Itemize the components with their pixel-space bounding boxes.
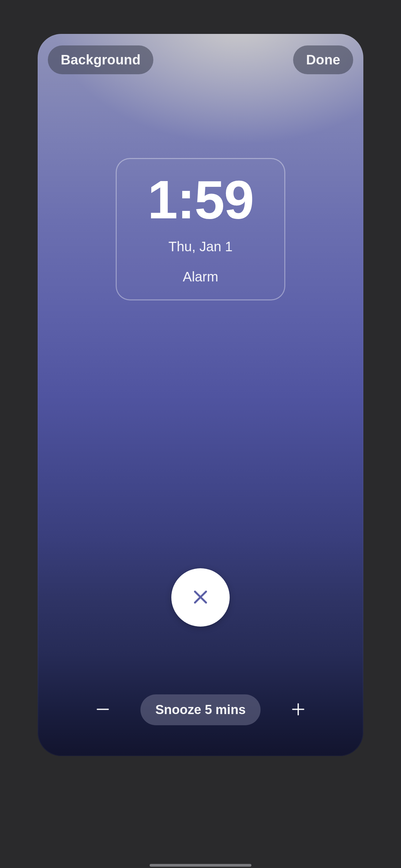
clock-label: Alarm <box>123 269 278 284</box>
clock-date: Thu, Jan 1 <box>123 239 278 254</box>
snooze-increase-button[interactable] <box>287 699 309 721</box>
clock-time: 1:59 <box>123 173 278 227</box>
done-button[interactable]: Done <box>293 45 353 74</box>
background-button-label: Background <box>61 52 140 67</box>
top-bar: Background Done <box>38 45 363 74</box>
minus-icon <box>95 701 111 718</box>
snooze-chip[interactable]: Snooze 5 mins <box>140 694 261 725</box>
plus-icon <box>290 701 306 718</box>
lock-screen-editor: Background Done 1:59 Thu, Jan 1 Alarm Sn… <box>38 34 363 756</box>
home-indicator[interactable] <box>150 864 251 867</box>
snooze-row: Snooze 5 mins <box>38 694 363 725</box>
clock-widget[interactable]: 1:59 Thu, Jan 1 Alarm <box>116 158 285 300</box>
dismiss-button[interactable] <box>171 568 230 627</box>
snooze-decrease-button[interactable] <box>92 699 114 721</box>
snooze-chip-label: Snooze 5 mins <box>155 703 246 717</box>
background-button[interactable]: Background <box>48 45 153 74</box>
done-button-label: Done <box>306 52 340 67</box>
close-icon <box>191 588 210 608</box>
